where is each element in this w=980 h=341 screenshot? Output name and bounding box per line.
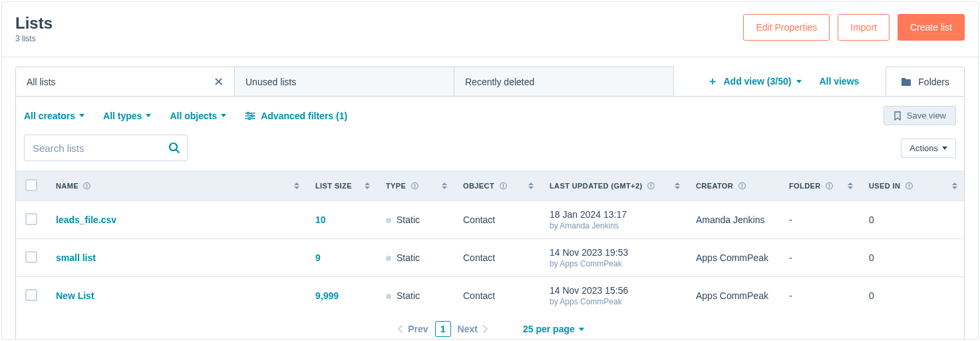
svg-point-5 bbox=[249, 117, 251, 119]
info-icon[interactable]: ⓘ bbox=[500, 182, 507, 190]
chevron-down-icon bbox=[221, 114, 226, 117]
sort-icon[interactable] bbox=[294, 182, 299, 189]
filter-creators[interactable]: All creators bbox=[24, 111, 84, 121]
next-label: Next bbox=[458, 324, 478, 334]
search-input[interactable] bbox=[31, 142, 168, 155]
edit-properties-button[interactable]: Edit Properties bbox=[743, 14, 830, 41]
page-container: Lists 3 lists Edit Properties Import Cre… bbox=[1, 1, 979, 340]
filter-types[interactable]: All types bbox=[103, 111, 151, 121]
filter-label: All objects bbox=[170, 111, 217, 121]
col-folder-label: FOLDER bbox=[789, 182, 821, 190]
row-checkbox[interactable] bbox=[25, 289, 37, 301]
folder: - bbox=[789, 252, 792, 263]
next-button[interactable]: Next bbox=[458, 324, 490, 334]
sort-icon[interactable] bbox=[365, 182, 370, 189]
sort-icon[interactable] bbox=[952, 182, 957, 189]
info-icon[interactable]: ⓘ bbox=[905, 182, 913, 190]
col-object[interactable]: OBJECT ⓘ bbox=[454, 171, 540, 201]
list-name-link[interactable]: small list bbox=[56, 252, 96, 263]
add-view-button[interactable]: ＋ Add view (3/50) bbox=[705, 67, 804, 96]
pagination: Prev 1 Next 25 per page bbox=[16, 314, 964, 340]
chevron-down-icon bbox=[79, 114, 84, 117]
folders-button[interactable]: Folders bbox=[886, 67, 965, 96]
row-checkbox[interactable] bbox=[25, 251, 37, 263]
status-dot-icon bbox=[386, 218, 391, 223]
table-head: NAME ⓘ LIST SIZE TYPE ⓘ OBJECT bbox=[16, 171, 964, 201]
bookmark-icon bbox=[894, 111, 901, 121]
creator: Apps CommPeak bbox=[696, 252, 768, 263]
info-icon[interactable]: ⓘ bbox=[83, 182, 90, 190]
folder: - bbox=[789, 290, 792, 301]
svg-line-7 bbox=[176, 150, 179, 153]
info-icon[interactable]: ⓘ bbox=[826, 182, 833, 190]
tab-all-lists[interactable]: All lists ✕ bbox=[15, 67, 235, 96]
col-updated-label: LAST UPDATED (GMT+2) bbox=[550, 182, 643, 190]
tab-label: Unused lists bbox=[245, 77, 296, 87]
list-object: Contact bbox=[463, 290, 495, 301]
sort-icon[interactable] bbox=[528, 182, 534, 189]
list-name-link[interactable]: leads_file.csv bbox=[56, 214, 116, 225]
used-in: 0 bbox=[869, 290, 874, 301]
title-block: Lists 3 lists bbox=[15, 14, 53, 43]
sort-icon[interactable] bbox=[848, 182, 853, 189]
col-name[interactable]: NAME ⓘ bbox=[47, 171, 306, 201]
actions-label: Actions bbox=[909, 143, 938, 153]
col-updated[interactable]: LAST UPDATED (GMT+2) ⓘ bbox=[540, 171, 687, 201]
plus-icon: ＋ bbox=[707, 75, 718, 89]
folders-label: Folders bbox=[918, 77, 949, 87]
save-view-label: Save view bbox=[907, 111, 946, 121]
select-all-checkbox[interactable] bbox=[25, 179, 37, 191]
table-row: New List 9,999 Static Contact 14 Nov 202… bbox=[16, 277, 964, 315]
folder-icon bbox=[901, 77, 911, 87]
list-type: Static bbox=[397, 252, 420, 263]
prev-button[interactable]: Prev bbox=[396, 324, 428, 334]
col-creator-label: CREATOR bbox=[696, 182, 733, 190]
tabs-row: All lists ✕ Unused lists Recently delete… bbox=[2, 57, 978, 96]
info-icon[interactable]: ⓘ bbox=[411, 182, 418, 190]
advanced-filters-label: Advanced filters (1) bbox=[261, 111, 347, 121]
filter-objects[interactable]: All objects bbox=[170, 111, 226, 121]
info-icon[interactable]: ⓘ bbox=[738, 182, 746, 190]
page-subtitle: 3 lists bbox=[15, 34, 53, 43]
info-icon[interactable]: ⓘ bbox=[647, 182, 655, 190]
col-name-label: NAME bbox=[56, 182, 79, 190]
col-creator[interactable]: CREATOR ⓘ bbox=[687, 171, 780, 201]
page-header: Lists 3 lists Edit Properties Import Cre… bbox=[2, 2, 978, 57]
col-object-label: OBJECT bbox=[463, 182, 494, 190]
create-list-button[interactable]: Create list bbox=[898, 14, 965, 41]
sort-icon[interactable] bbox=[675, 182, 680, 189]
updated-by: by Apps CommPeak bbox=[550, 259, 677, 268]
search-icon[interactable] bbox=[168, 142, 180, 154]
sort-icon[interactable] bbox=[442, 182, 447, 189]
close-icon[interactable]: ✕ bbox=[214, 75, 224, 89]
col-size[interactable]: LIST SIZE bbox=[306, 171, 377, 201]
list-size: 10 bbox=[315, 214, 326, 225]
content-card: All creators All types All objects Advan… bbox=[15, 96, 965, 340]
tab-recently-deleted[interactable]: Recently deleted bbox=[454, 67, 674, 96]
row-checkbox[interactable] bbox=[25, 213, 37, 225]
updated-by: by Apps CommPeak bbox=[550, 297, 677, 306]
col-folder[interactable]: FOLDER ⓘ bbox=[780, 171, 860, 201]
svg-point-4 bbox=[251, 115, 253, 117]
advanced-filters-button[interactable]: Advanced filters (1) bbox=[245, 111, 347, 121]
list-size: 9,999 bbox=[315, 290, 339, 301]
table-row: small list 9 Static Contact 14 Nov 2023 … bbox=[16, 239, 964, 277]
table-body: leads_file.csv 10 Static Contact 18 Jan … bbox=[16, 201, 964, 315]
per-page-label: 25 per page bbox=[523, 324, 575, 334]
page-number[interactable]: 1 bbox=[435, 321, 451, 337]
add-view-label: Add view (3/50) bbox=[723, 76, 791, 87]
creator: Amanda Jenkins bbox=[696, 214, 765, 225]
col-type[interactable]: TYPE ⓘ bbox=[377, 171, 454, 201]
search-box[interactable] bbox=[24, 135, 188, 161]
import-button[interactable]: Import bbox=[838, 14, 890, 41]
list-object: Contact bbox=[463, 214, 495, 225]
all-views-link[interactable]: All views bbox=[819, 67, 859, 96]
tab-unused-lists[interactable]: Unused lists bbox=[235, 67, 454, 96]
page-title: Lists bbox=[15, 14, 53, 33]
col-used-in[interactable]: USED IN ⓘ bbox=[860, 171, 964, 201]
per-page-dropdown[interactable]: 25 per page bbox=[523, 324, 584, 334]
save-view-button[interactable]: Save view bbox=[884, 106, 956, 125]
updated-at: 14 Nov 2023 15:56 bbox=[550, 285, 628, 296]
actions-dropdown[interactable]: Actions bbox=[901, 139, 956, 158]
list-name-link[interactable]: New List bbox=[56, 290, 94, 301]
